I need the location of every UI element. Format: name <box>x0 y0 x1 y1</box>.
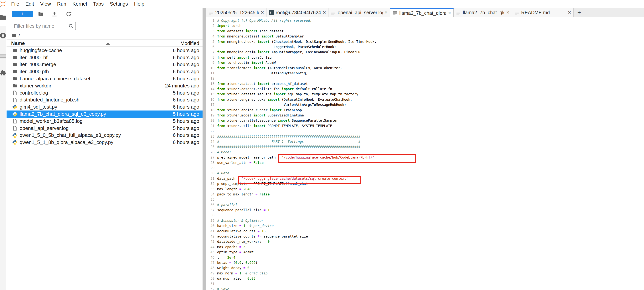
code-text: accumulative_counts = 16 <box>217 229 266 234</box>
file-row-iter_4000.merge[interactable]: iter_4000.merge6 hours ago <box>6 61 202 68</box>
code-text: from xtuner.utils import PROMPT_TEMPLATE… <box>217 123 332 129</box>
code-text: pretrained_model_name_or_path = '/code/h… <box>217 155 374 160</box>
breadcrumb[interactable]: / <box>11 32 20 39</box>
code-text: warmup_ratio = 0.03 <box>217 276 256 281</box>
line-number: 45 <box>206 250 214 255</box>
sidebar-splitter[interactable] <box>202 8 206 290</box>
line-number: 52 <box>206 287 214 290</box>
file-row-llama2_7b_chat_qlora_sql_e3_copy.py[interactable]: llama2_7b_chat_qlora_sql_e3_copy.py5 hou… <box>6 111 202 118</box>
file-row-xtuner-workdir[interactable]: xtuner-workdir24 minutes ago <box>6 82 202 89</box>
line-number: 20 <box>206 118 214 123</box>
code-text: weight_decay = 0 <box>217 265 250 271</box>
code-line: 21from xtuner.utils import PROMPT_TEMPLA… <box>206 123 644 129</box>
code-text: # Copyright (c) OpenMMLab. All rights re… <box>217 18 312 23</box>
file-modified-time: 6 hours ago <box>173 139 199 145</box>
column-header-name[interactable]: Name <box>11 40 25 46</box>
line-number: 5 <box>206 39 214 44</box>
code-text: max_epochs = 3 <box>217 244 246 250</box>
refresh-icon[interactable] <box>66 11 72 17</box>
tab-root@u78f4044f76248a9b[interactable]: $_root@u78f4044f76248a9b× <box>266 8 328 17</box>
file-row-Laurie_alpaca_chinese_dataset[interactable]: Laurie_alpaca_chinese_dataset6 hours ago <box>6 75 202 82</box>
code-text: betas = (0.9, 0.999) <box>217 260 258 265</box>
code-line: 32prompt_template = PROMPT_TEMPLATE.llam… <box>206 181 644 186</box>
file-lines-icon <box>208 10 213 15</box>
file-row-openai_api_server.log[interactable]: openai_api_server.log5 hours ago <box>6 125 202 132</box>
close-icon[interactable]: × <box>323 10 326 15</box>
file-row-iter_4000.pth[interactable]: iter_4000.pth6 hours ago <box>6 68 202 75</box>
code-line: 19from xtuner.model import SupervisedFin… <box>206 113 644 118</box>
code-text: VarlenAttnArgsToMessageHubHook) <box>217 102 346 107</box>
code-line: 35 <box>206 197 644 202</box>
tab-label: root@u78f4044f76248a9b <box>276 10 321 15</box>
line-number: 19 <box>206 113 214 118</box>
tab-README.md[interactable]: README.md× <box>512 8 574 17</box>
terminal-icon: $_ <box>269 10 274 15</box>
file-row-distributed_finetune_job.sh[interactable]: distributed_finetune_job.sh6 hours ago <box>6 97 202 104</box>
close-icon[interactable]: × <box>506 10 510 15</box>
code-text: # parallel <box>217 202 238 208</box>
menu-item-run[interactable]: Run <box>54 0 70 8</box>
file-row-qwen1_5_0_5b_chat_full_alpaca_e3_copy.py[interactable]: qwen1_5_0_5b_chat_full_alpaca_e3_copy.py… <box>6 132 202 139</box>
close-icon[interactable]: × <box>448 10 451 16</box>
file-row-model_worker_b3afca85.log[interactable]: model_worker_b3afca85.log5 hours ago <box>6 118 202 125</box>
file-row-qwen1_5_1_8b_qlora_alpaca_e3_copy.py[interactable]: qwen1_5_1_8b_qlora_alpaca_e3_copy.py6 ho… <box>6 139 202 146</box>
column-header-modified[interactable]: Modified <box>180 40 199 46</box>
tab-openai_api_server.log[interactable]: openai_api_server.log× <box>328 8 390 17</box>
line-number: 12 <box>206 76 214 81</box>
file-modified-time: 5 hours ago <box>173 90 199 96</box>
line-number: 51 <box>206 281 214 287</box>
tab-label: README.md <box>521 10 566 15</box>
code-text: from mmengine.hooks import (CheckpointHo… <box>217 39 376 44</box>
new-launcher-button[interactable]: + <box>12 11 33 17</box>
file-row-huggingface-cache[interactable]: huggingface-cache6 hours ago <box>6 47 202 54</box>
puzzle-icon[interactable] <box>0 69 6 77</box>
menu-item-settings[interactable]: Settings <box>107 0 131 8</box>
running-icon[interactable] <box>0 32 6 39</box>
code-line: 40batch_size = 1 # per_device <box>206 223 644 229</box>
menu-item-file[interactable]: File <box>8 0 22 8</box>
new-folder-icon[interactable] <box>38 11 44 17</box>
file-icon <box>12 97 18 103</box>
line-number: 50 <box>206 276 214 281</box>
code-text: sequence_parallel_size = 1 <box>217 208 270 213</box>
menu-item-view[interactable]: View <box>37 0 54 8</box>
toc-icon[interactable] <box>0 52 6 60</box>
code-text: from xtuner.engine.runner import TrainLo… <box>217 108 302 113</box>
file-list-header: Name Modified <box>6 40 202 47</box>
file-row-controller.log[interactable]: controller.log5 hours ago <box>6 89 202 97</box>
menu-item-tabs[interactable]: Tabs <box>90 0 107 8</box>
line-number: 25 <box>206 144 214 149</box>
code-line: 6 LoggerHook, ParamSchedulerHook) <box>206 44 644 50</box>
menu-item-edit[interactable]: Edit <box>22 0 37 8</box>
folder-icon[interactable] <box>0 14 6 21</box>
tab-20250525_122645.log[interactable]: 20250525_122645.log× <box>206 8 266 17</box>
new-tab-button[interactable]: + <box>574 8 585 17</box>
file-row-glm4_sql_test.py[interactable]: glm4_sql_test.py6 hours ago <box>6 103 202 111</box>
file-name: xtuner-workdir <box>20 83 52 89</box>
filter-files-input[interactable] <box>14 22 66 30</box>
close-icon[interactable]: × <box>384 10 388 15</box>
filter-files-box <box>11 22 76 30</box>
code-line: 10from transformers import (AutoModelFor… <box>206 66 644 71</box>
menu-item-kernel[interactable]: Kernel <box>69 0 90 8</box>
code-line: 41accumulative_counts = 16 <box>206 229 644 234</box>
code-text: lr = 2e-4 <box>217 255 235 260</box>
file-row-iter_4000_hf[interactable]: iter_4000_hf6 hours ago <box>6 54 202 61</box>
code-editor[interactable]: 1# Copyright (c) OpenMMLab. All rights r… <box>206 17 644 290</box>
sort-ascending-icon <box>106 42 110 45</box>
line-number: 43 <box>206 239 214 244</box>
breadcrumb-root[interactable]: / <box>18 33 20 39</box>
code-line: 45optim_type = AdamW <box>206 250 644 255</box>
file-name: qwen1_5_0_5b_chat_full_alpaca_e3_copy.py <box>20 132 121 138</box>
upload-icon[interactable] <box>52 11 58 17</box>
line-number: 47 <box>206 260 214 265</box>
tab-llama2_7b_chat_qlora_sql_e3_copy.py[interactable]: llama2_7b_chat_qlora_sql_e3_copy.py× <box>390 8 454 17</box>
menu-item-help[interactable]: Help <box>131 0 147 8</box>
code-text: from xtuner.dataset.map_fns import sql_m… <box>217 92 358 97</box>
line-number: 37 <box>206 208 214 213</box>
python-file-icon <box>12 140 18 145</box>
close-icon[interactable]: × <box>568 10 571 15</box>
close-icon[interactable]: × <box>261 10 264 15</box>
tab-llama2_7b_chat_qlora_sql_e3_copy.py[interactable]: llama2_7b_chat_qlora_sql_e3_copy.py× <box>454 8 512 17</box>
line-number: 42 <box>206 234 214 239</box>
